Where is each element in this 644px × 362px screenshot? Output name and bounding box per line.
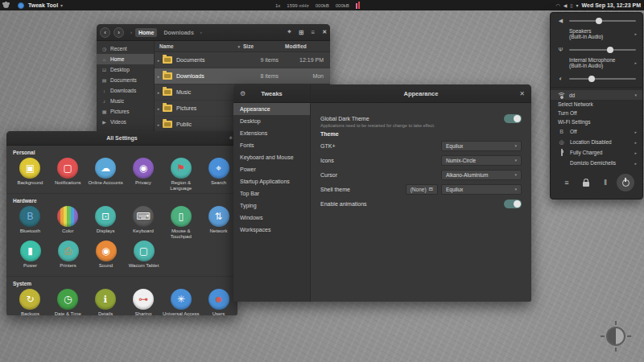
tweaks-item-startup-apps[interactable]: Startup Applications — [233, 175, 310, 187]
search-icon[interactable]: ⌖ — [287, 28, 291, 36]
output-device-speakers[interactable]: Speakers(Built-in Audio) ▸ — [551, 27, 642, 42]
tile-bluetooth[interactable]: BBluetooth — [11, 206, 49, 239]
brightness-slider[interactable] — [569, 78, 636, 80]
mixer-settings-button[interactable]: ≡ — [559, 175, 575, 191]
tile-privacy[interactable]: ◉Privacy — [124, 158, 162, 191]
sidebar-item-documents[interactable]: ▤Documents — [97, 75, 154, 85]
cursor-label: Cursor — [320, 172, 441, 178]
tile-backups[interactable]: ↻Backups — [11, 289, 49, 315]
tile-sharing[interactable]: ⊶Sharing — [124, 289, 162, 315]
tile-background[interactable]: ▣Background — [11, 158, 49, 191]
search-icon[interactable]: ⌖ — [229, 134, 233, 142]
menu-item-wifi-settings[interactable]: Wi-Fi Settings — [551, 117, 642, 126]
expander-icon[interactable]: ▸ — [155, 106, 163, 111]
tile-printers[interactable]: ⎙Printers — [49, 241, 87, 274]
tweaks-item-keyboard-mouse[interactable]: Keyboard and Mouse — [233, 151, 310, 163]
tweaks-item-fonts[interactable]: Fonts — [233, 139, 310, 151]
shell-theme-file-button[interactable]: (None)⊟ — [406, 184, 438, 195]
tweaks-item-extensions[interactable]: Extensions — [233, 127, 310, 139]
breadcrumb-downloads[interactable]: Downloads — [160, 28, 196, 37]
tweaks-item-top-bar[interactable]: Top Bar — [233, 187, 310, 200]
icon-theme-dropdown[interactable]: Numix-Circle▾ — [441, 155, 522, 166]
files-titlebar[interactable]: ‹ › › Home Downloads › ⌖ ⊞ ≡ ✕ — [97, 24, 330, 41]
tile-search[interactable]: ⌖Search — [200, 158, 237, 191]
breadcrumb-home[interactable]: Home — [135, 28, 157, 37]
system-menu-caret-icon[interactable]: ▾ — [576, 2, 579, 8]
flag-icon: ⚑ — [171, 158, 192, 179]
activities-icon[interactable] — [3, 2, 9, 8]
expander-icon[interactable]: ▸ — [155, 58, 163, 63]
cursor-theme-dropdown[interactable]: Alkano-Aluminium▾ — [441, 170, 522, 180]
sidebar-item-home[interactable]: ⌂Home — [97, 54, 154, 64]
tweaks-item-desktop[interactable]: Desktop — [233, 115, 310, 127]
menu-item-user[interactable]: Domizio Demichelis ▸ — [551, 158, 642, 168]
tile-wacom-tablet[interactable]: ▢Wacom Tablet — [125, 241, 163, 274]
tile-date-time[interactable]: ◷Date & Time — [49, 289, 87, 315]
tile-power[interactable]: ▮Power — [11, 241, 49, 274]
sidebar-item-desktop[interactable]: ⊡Desktop — [97, 64, 154, 75]
tweaks-item-typing[interactable]: Typing — [233, 200, 310, 212]
system-monitor-indicator[interactable]: 1x 1599 mHz 000kB 000kB — [275, 0, 360, 10]
tile-users[interactable]: ☻Users — [200, 289, 237, 315]
animations-toggle[interactable] — [504, 200, 522, 208]
slider-knob[interactable] — [607, 47, 613, 53]
tile-keyboard[interactable]: ⌨Keyboard — [124, 206, 162, 239]
lock-button[interactable] — [578, 175, 594, 191]
sidebar-item-music[interactable]: ♪Music — [97, 96, 154, 106]
power-button[interactable] — [617, 174, 634, 191]
forward-button[interactable]: › — [114, 27, 124, 38]
appearance-panel: Appearance ✕ Global Dark Theme Applicati… — [311, 84, 531, 302]
sidebar-item-pictures[interactable]: ▦Pictures — [97, 106, 154, 117]
tile-mouse-touchpad[interactable]: ▯Mouse & Touchpad — [162, 206, 200, 239]
tile-displays[interactable]: ⊡Displays — [87, 206, 125, 239]
input-device-microphone[interactable]: Internal Microphone(Built-in Audio) ▸ — [551, 56, 642, 71]
expander-icon[interactable]: ▸ — [155, 74, 163, 79]
tile-sound[interactable]: ◉Sound — [87, 241, 125, 274]
view-grid-icon[interactable]: ⊞ — [299, 29, 304, 36]
menu-icon[interactable]: ≡ — [311, 29, 315, 36]
tweaks-item-power[interactable]: Power — [233, 163, 310, 175]
tile-details[interactable]: ℹDetails — [87, 289, 125, 315]
file-row-downloads[interactable]: ▸Downloads8 itemsMon — [155, 68, 330, 84]
dark-theme-toggle[interactable] — [504, 114, 522, 123]
shell-theme-dropdown[interactable]: Equilux▾ — [441, 184, 522, 195]
gtk-theme-dropdown[interactable]: Equilux▾ — [441, 141, 522, 151]
back-button[interactable]: ‹ — [100, 27, 110, 38]
tweaks-item-windows[interactable]: Windows — [233, 212, 310, 224]
volume-slider[interactable] — [569, 20, 636, 22]
suspend-button[interactable]: ‖ — [597, 175, 613, 191]
app-menu[interactable]: Tweak Tool — [28, 2, 58, 8]
tile-online-accounts[interactable]: ☁Online Accounts — [87, 158, 125, 191]
close-icon[interactable]: ✕ — [519, 90, 525, 97]
gear-icon[interactable]: ⚙ — [240, 90, 246, 97]
expander-icon[interactable]: ▸ — [155, 122, 163, 127]
menu-item-turn-off[interactable]: Turn Off — [551, 109, 642, 117]
clock[interactable]: Wed Sep 13, 12:23 PM — [582, 2, 641, 8]
tweaks-item-workspaces[interactable]: Workspaces — [233, 224, 310, 236]
column-header-size[interactable]: Size — [243, 43, 285, 49]
tile-color[interactable]: Color — [49, 206, 87, 239]
panel-title: Appearance — [404, 90, 439, 97]
expander-icon[interactable]: ▸ — [155, 90, 163, 95]
tile-notifications[interactable]: ▢Notifications — [49, 158, 87, 191]
menu-item-bluetooth[interactable]: B Off ▸ — [551, 126, 642, 137]
tile-network[interactable]: ⇅Network — [200, 206, 237, 239]
tweaks-item-appearance[interactable]: Appearance — [233, 103, 310, 115]
settings-titlebar[interactable]: All Settings ⌖ — [6, 131, 237, 146]
close-icon[interactable]: ✕ — [322, 29, 327, 35]
menu-item-location[interactable]: ◎ Location Disabled ▸ — [551, 137, 642, 147]
slider-knob[interactable] — [588, 76, 595, 82]
menu-item-select-network[interactable]: Select Network — [551, 100, 642, 109]
column-header-name[interactable]: Name▾ — [155, 43, 243, 49]
column-header-modified[interactable]: Modified — [285, 43, 330, 49]
microphone-slider[interactable] — [569, 49, 636, 51]
file-row-documents[interactable]: ▸Documents9 items12:19 PM — [155, 52, 330, 68]
tile-universal-access[interactable]: ✳Universal Access — [162, 289, 200, 315]
sidebar-item-videos[interactable]: ▶Videos — [97, 117, 154, 127]
sidebar-item-downloads[interactable]: ↓Downloads — [97, 85, 154, 96]
wifi-network-row[interactable]: dd ▾ — [551, 90, 642, 100]
slider-knob[interactable] — [596, 18, 602, 24]
tile-region-language[interactable]: ⚑Region & Language — [162, 158, 200, 191]
menu-item-battery[interactable]: Fully Charged ▸ — [551, 147, 642, 158]
sidebar-item-recent[interactable]: ◷Recent — [97, 43, 154, 54]
